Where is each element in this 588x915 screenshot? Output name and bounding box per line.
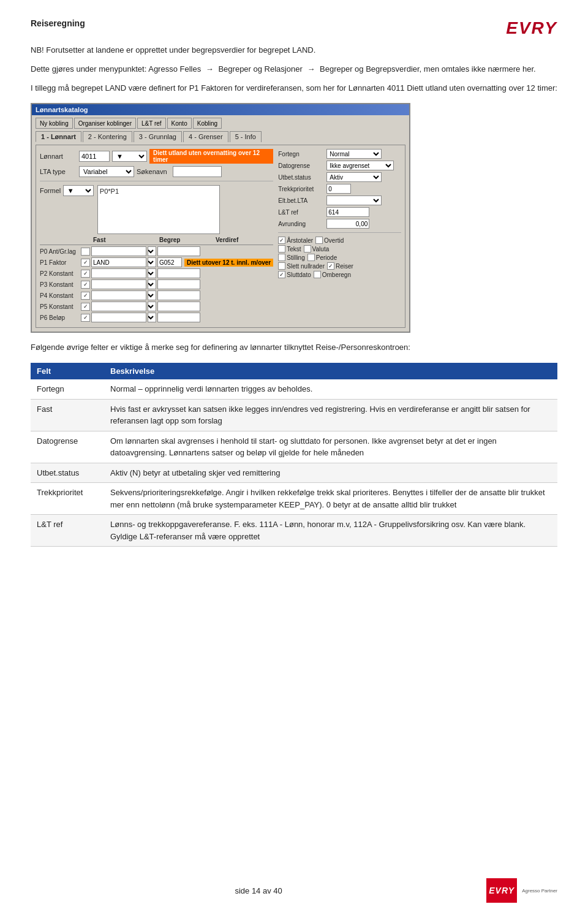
footer: side 14 av 40 EVRY Agresso Partner: [31, 878, 557, 903]
tab-grunnlag[interactable]: 3 - Grunnlag: [134, 131, 182, 142]
tab-kontering[interactable]: 2 - Kontering: [83, 131, 132, 142]
cb-overtid: Overtid: [315, 237, 344, 244]
p5-verdiref-input[interactable]: [157, 302, 200, 311]
p6-begrep-sel[interactable]: ▼: [148, 313, 156, 322]
toolbar-kobling[interactable]: Kobling: [193, 118, 222, 129]
p1-fast-chk[interactable]: [81, 259, 90, 267]
grid-row-p5: P5 Konstant ▼: [40, 302, 273, 311]
lonnart-input[interactable]: [79, 151, 110, 162]
p5-begrep-input[interactable]: [91, 302, 146, 311]
dialog-lonnartskatalog: Lønnartskatalog Ny kobling Organiser kob…: [31, 103, 410, 333]
lonnart-dropdown[interactable]: ▼: [112, 151, 147, 162]
fortegn-row: Fortegn Normal: [278, 149, 401, 159]
grid-area: Fast Begrep Verdiref P0 Ant/Gr.lag ▼: [40, 237, 273, 322]
checkboxes-area-5: Sluttdato Omberegn: [278, 271, 401, 278]
table-cell-beskrivelse: Om lønnarten skal avgrenses i henhold ti…: [104, 431, 557, 463]
description-table: Felt Beskrivelse FortegnNormal – opprinn…: [31, 363, 557, 547]
p5-fast-chk[interactable]: [81, 303, 90, 311]
toolbar-organiser-koblinger[interactable]: Organiser koblinger: [74, 118, 136, 129]
grid-header-fast: Fast: [93, 237, 148, 243]
cb-periode-box[interactable]: [307, 254, 315, 261]
cb-tekst-box[interactable]: [278, 245, 285, 252]
dialog-title: Lønnartskatalog: [36, 106, 88, 113]
soknavn-label: Søkenavn: [137, 168, 170, 175]
p3-begrep-input[interactable]: [91, 279, 146, 289]
cb-sluttdato-box[interactable]: [278, 271, 285, 278]
p6-fast-chk[interactable]: [81, 314, 90, 322]
p1-begrep-input[interactable]: [91, 257, 146, 267]
elt-bet-lta-row: Elt.bet.LTA: [278, 196, 401, 205]
cb-tekst: Tekst: [278, 245, 301, 252]
p2-fast-chk[interactable]: [81, 270, 90, 278]
form-left: Lønnart ▼ Diett utland uten overnatting …: [40, 149, 273, 324]
table-cell-beskrivelse: Lønns- og trekkoppgavereferanse. F. eks.…: [104, 515, 557, 547]
cb-overtid-box[interactable]: [315, 237, 323, 244]
p6-begrep-input[interactable]: [91, 313, 146, 322]
cb-slett-nullrader-box[interactable]: [278, 262, 285, 270]
cb-stilling-box[interactable]: [278, 254, 285, 261]
p2-begrep-sel[interactable]: ▼: [148, 268, 156, 278]
checkboxes-area-4: Slett nullrader Reiser: [278, 262, 401, 270]
trekkprioritet-input[interactable]: [326, 184, 351, 194]
checkboxes-area: Årstotaler Overtid: [278, 237, 401, 244]
cb-omberegn-box[interactable]: [314, 271, 321, 278]
p4-begrep-input[interactable]: [91, 290, 146, 300]
cb-periode: Periode: [307, 254, 337, 261]
p1-begrep-sel[interactable]: ▼: [148, 257, 156, 267]
p3-fast-chk[interactable]: [81, 281, 90, 289]
p5-begrep-sel[interactable]: ▼: [148, 302, 156, 311]
p3-begrep-sel[interactable]: ▼: [148, 279, 156, 289]
p0-fast-chk[interactable]: [81, 248, 90, 256]
p3-verdiref-input[interactable]: [157, 279, 200, 289]
table-cell-felt: Fortegn: [31, 379, 104, 399]
p4-fast-chk[interactable]: [81, 292, 90, 300]
lonnart-desc: Diett utland uten overnatting over 12 ti…: [149, 149, 273, 164]
utbet-status-select[interactable]: Aktiv: [326, 172, 382, 182]
table-cell-felt: Utbet.status: [31, 463, 104, 483]
form-right: Fortegn Normal Datogrense Ikke avgrenset…: [278, 149, 401, 324]
avrunding-input[interactable]: [326, 219, 369, 229]
p0-begrep-input[interactable]: [91, 246, 146, 256]
dialog-body: Ny kobling Organiser koblinger L&T ref K…: [32, 115, 409, 332]
toolbar: Ny kobling Organiser koblinger L&T ref K…: [36, 118, 405, 129]
elt-bet-lta-select[interactable]: [326, 196, 382, 205]
p0-verdiref-input[interactable]: [157, 246, 200, 256]
elt-bet-lta-label: Elt.bet.LTA: [278, 197, 324, 204]
footer-logo-area: EVRY Agresso Partner: [486, 878, 557, 903]
cb-reiser-box[interactable]: [327, 262, 334, 270]
p4-verdiref-input[interactable]: [157, 290, 200, 300]
datogrense-select[interactable]: Ikke avgrenset: [326, 161, 394, 170]
p4-begrep-sel[interactable]: ▼: [148, 290, 156, 300]
soknavn-input[interactable]: [173, 166, 222, 177]
p2-verdiref-input[interactable]: [157, 268, 200, 278]
avrunding-row: Avrunding: [278, 219, 401, 229]
page-number: side 14 av 40: [235, 886, 282, 895]
toolbar-ny-kobling[interactable]: Ny kobling: [36, 118, 73, 129]
fortegn-select[interactable]: Normal: [326, 149, 382, 159]
lta-type-label: LTA type: [40, 168, 77, 175]
grid-header-begrep: Begrep: [159, 237, 214, 243]
grid-row-p0: P0 Ant/Gr.lag ▼: [40, 246, 273, 256]
lonnart-label: Lønnart: [40, 153, 77, 160]
paragraph-3: I tillegg må begrepet LAND være definert…: [31, 82, 557, 95]
p6-verdiref-input[interactable]: [157, 313, 200, 322]
toolbar-lt-ref[interactable]: L&T ref: [137, 118, 166, 129]
cb-arstotaler-box[interactable]: [278, 237, 285, 244]
p1-verdiref-input[interactable]: [157, 257, 182, 267]
lt-ref-input[interactable]: [326, 207, 369, 217]
toolbar-konto[interactable]: Konto: [167, 118, 192, 129]
paragraph-2: Dette gjøres under menypunktet: Agresso …: [31, 63, 557, 76]
tab-lonnart[interactable]: 1 - Lønnart: [36, 131, 81, 142]
avrunding-label: Avrunding: [278, 221, 324, 227]
p0-begrep-sel[interactable]: ▼: [148, 246, 156, 256]
lta-type-select[interactable]: Variabel: [79, 166, 134, 177]
tab-info[interactable]: 5 - Info: [230, 131, 262, 142]
formula-display: P0*P1: [97, 185, 220, 234]
p2-begrep-input[interactable]: [91, 268, 146, 278]
formel-select[interactable]: ▼: [63, 185, 94, 196]
cb-stilling: Stilling: [278, 254, 304, 261]
tab-grenser[interactable]: 4 - Grenser: [183, 131, 228, 142]
lta-type-row: LTA type Variabel Søkenavn: [40, 166, 273, 177]
cb-valuta-box[interactable]: [304, 245, 311, 252]
grid-headers: Fast Begrep Verdiref: [40, 237, 273, 245]
